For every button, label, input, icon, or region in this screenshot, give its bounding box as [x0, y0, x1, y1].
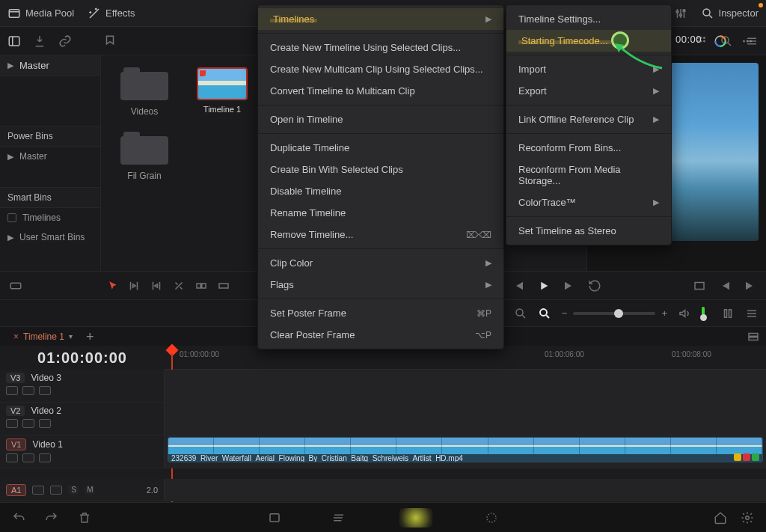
auto-select-icon[interactable]: [50, 486, 62, 495]
master-bin-row[interactable]: ▶ Master: [0, 55, 100, 76]
v3-badge[interactable]: V3: [6, 373, 25, 383]
power-bins-header[interactable]: Power Bins: [0, 126, 100, 147]
trash-icon[interactable]: [78, 511, 91, 525]
menu-rename[interactable]: Rename Timeline: [258, 202, 503, 224]
link-icon[interactable]: [58, 34, 72, 48]
menu-clip-color[interactable]: Clip Color▶: [258, 252, 503, 274]
zoom-search-active-icon[interactable]: [538, 307, 551, 320]
submenu-link-offline[interactable]: Link Offline Reference Clip▶: [506, 108, 671, 130]
filgrain-folder[interactable]: Fil Grain: [116, 132, 173, 181]
timelines-smart-bin[interactable]: Timelines: [0, 208, 100, 227]
track-body-v3[interactable]: [165, 370, 766, 402]
marker-icon[interactable]: [103, 34, 117, 48]
stacked-timeline-icon[interactable]: [747, 330, 760, 343]
menu-flags[interactable]: Flags▶: [258, 274, 503, 296]
a1-badge[interactable]: A1: [6, 484, 26, 496]
menu-remove[interactable]: Remove Timeline...⌦⌫: [258, 224, 503, 245]
redo-icon[interactable]: [45, 511, 58, 525]
videos-folder[interactable]: Videos: [116, 67, 173, 117]
menu-open-in-timeline[interactable]: Open in Timeline: [258, 108, 503, 130]
lock-icon[interactable]: [6, 419, 18, 428]
menu-create-bin[interactable]: Create Bin With Selected Clips: [258, 159, 503, 180]
submenu-export[interactable]: Export▶: [506, 80, 671, 102]
track-head-v2[interactable]: V2Video 2: [0, 403, 165, 435]
import-icon[interactable]: [33, 34, 46, 48]
menu-convert-multicam[interactable]: Convert Timeline to Multicam Clip: [258, 80, 503, 102]
menu-set-poster[interactable]: Set Poster Frame⌘P: [258, 302, 503, 324]
menu-timelines[interactable]: Timelines▶: [258, 8, 503, 30]
prev-clip-icon[interactable]: [512, 279, 525, 293]
fit-icon[interactable]: [693, 279, 706, 293]
submenu-set-stereo[interactable]: Set Timeline as Stereo: [506, 220, 671, 242]
visibility-icon[interactable]: [39, 386, 51, 395]
auto-select-icon[interactable]: [22, 419, 34, 428]
add-tab-button[interactable]: +: [86, 330, 94, 343]
hamburger-icon[interactable]: [745, 307, 759, 320]
panel-left-icon[interactable]: [7, 34, 21, 48]
next-clip-icon[interactable]: [563, 279, 576, 293]
mixer-icon[interactable]: [674, 7, 687, 20]
home-icon[interactable]: [714, 511, 727, 525]
zoom-minus-icon[interactable]: −: [562, 308, 568, 319]
track-body-a1[interactable]: [165, 479, 766, 501]
solo-button[interactable]: S: [68, 486, 79, 495]
zoom-plus-icon[interactable]: +: [661, 308, 667, 319]
menu-clear-poster[interactable]: Clear Poster Frame⌥P: [258, 324, 503, 346]
track-head-v1[interactable]: V1Video 1: [0, 435, 165, 468]
undo-icon[interactable]: [12, 511, 25, 525]
edit-page-icon[interactable]: [399, 508, 432, 528]
channels-icon[interactable]: [721, 307, 735, 320]
gear-icon[interactable]: [741, 511, 754, 525]
track-head-a1[interactable]: A1 S M 2.0: [0, 479, 165, 501]
submenu-colortrace[interactable]: ColorTrace™▶: [506, 192, 671, 213]
submenu-timeline-settings[interactable]: Timeline Settings...: [506, 8, 671, 30]
zoom-track[interactable]: [573, 312, 655, 315]
submenu-reconform-media[interactable]: Reconform From Media Storage...: [506, 159, 671, 192]
timeline1-thumb[interactable]: Timeline 1: [195, 67, 249, 259]
submenu-starting-timecode[interactable]: Starting Timecode...: [506, 30, 671, 52]
power-master-row[interactable]: ▶ Master: [0, 147, 100, 166]
inspector-button[interactable]: Inspector: [701, 7, 759, 20]
timeline1-tab[interactable]: × Timeline 1 ▾: [6, 330, 80, 343]
close-tab-icon[interactable]: ×: [13, 331, 19, 342]
go-first-icon[interactable]: [718, 279, 732, 293]
play-icon[interactable]: [537, 279, 551, 293]
effects-button[interactable]: Effects: [88, 7, 135, 20]
visibility-icon[interactable]: [39, 453, 51, 462]
loop-icon[interactable]: [588, 279, 601, 293]
lock-icon[interactable]: [32, 486, 44, 495]
menu-disable[interactable]: Disable Timeline: [258, 180, 503, 202]
zoom-search-icon[interactable]: [514, 307, 527, 320]
menu-duplicate[interactable]: Duplicate Timeline: [258, 137, 503, 159]
keyboard-icon[interactable]: [9, 279, 22, 293]
zoom-slider[interactable]: − +: [562, 308, 667, 319]
trim-in-icon[interactable]: [127, 279, 141, 293]
go-last-icon[interactable]: [744, 279, 757, 293]
colorwheel-icon[interactable]: [714, 34, 727, 48]
media-page-icon[interactable]: [268, 511, 281, 525]
lock-icon[interactable]: [6, 386, 18, 395]
visibility-icon[interactable]: [39, 419, 51, 428]
trim-out-icon[interactable]: [150, 279, 163, 293]
cursor-tool-icon[interactable]: [108, 279, 118, 293]
v2-badge[interactable]: V2: [6, 406, 25, 416]
lock-icon[interactable]: [6, 453, 18, 462]
fusion-page-icon[interactable]: [485, 511, 498, 525]
cut-page-icon[interactable]: [334, 511, 347, 525]
menu-create-multicam[interactable]: Create New Multicam Clip Using Selected …: [258, 58, 503, 80]
master-timecode[interactable]: 01:00:00:00: [0, 350, 165, 365]
track-body-v1[interactable]: 232639_River_Waterfall_Aerial_Flowing_By…: [165, 435, 766, 468]
menu-create-timeline[interactable]: Create New Timeline Using Selected Clips…: [258, 37, 503, 58]
submenu-reconform-bins[interactable]: Reconform From Bins...: [506, 137, 671, 159]
mute-button[interactable]: M: [85, 486, 95, 495]
v1-badge[interactable]: V1: [6, 438, 26, 450]
chevron-down-icon[interactable]: ▾: [69, 332, 73, 340]
track-head-v3[interactable]: V3Video 3: [0, 370, 165, 402]
auto-select-icon[interactable]: [22, 386, 34, 395]
volume-icon[interactable]: [678, 307, 691, 320]
smart-bins-header[interactable]: Smart Bins: [0, 187, 100, 208]
blade-icon[interactable]: [172, 279, 186, 293]
video-clip[interactable]: 232639_River_Waterfall_Aerial_Flowing_By…: [168, 437, 763, 462]
zoom-knob[interactable]: [614, 309, 623, 318]
more-icon[interactable]: [741, 34, 754, 48]
